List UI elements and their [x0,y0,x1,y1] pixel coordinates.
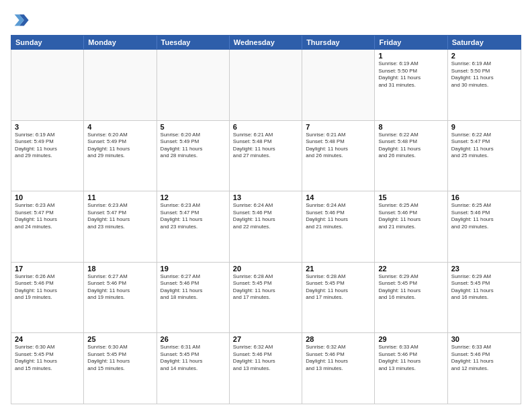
cell-info: Sunrise: 6:20 AM Sunset: 5:49 PM Dayligh… [87,132,152,160]
cell-info: Sunrise: 6:23 AM Sunset: 5:47 PM Dayligh… [15,202,80,230]
day-cell-21: 21Sunrise: 6:28 AM Sunset: 5:45 PM Dayli… [302,263,375,333]
calendar: SundayMondayTuesdayWednesdayThursdayFrid… [11,35,521,404]
cell-info: Sunrise: 6:29 AM Sunset: 5:45 PM Dayligh… [451,273,517,302]
day-cell-5: 5Sunrise: 6:20 AM Sunset: 5:49 PM Daylig… [157,121,230,191]
day-number: 15 [378,193,443,201]
week-row-0: 1Sunrise: 6:19 AM Sunset: 5:50 PM Daylig… [11,50,521,121]
cell-info: Sunrise: 6:19 AM Sunset: 5:49 PM Dayligh… [15,132,80,160]
day-number: 16 [451,193,517,201]
cell-info: Sunrise: 6:29 AM Sunset: 5:45 PM Dayligh… [378,273,443,302]
cell-info: Sunrise: 6:33 AM Sunset: 5:46 PM Dayligh… [378,344,443,372]
cell-info: Sunrise: 6:25 AM Sunset: 5:46 PM Dayligh… [378,202,443,230]
cell-info: Sunrise: 6:27 AM Sunset: 5:46 PM Dayligh… [87,273,152,302]
header-day-sunday: Sunday [11,36,84,49]
day-number: 29 [378,335,443,343]
day-cell-7: 7Sunrise: 6:21 AM Sunset: 5:48 PM Daylig… [302,121,375,191]
cell-info: Sunrise: 6:32 AM Sunset: 5:46 PM Dayligh… [233,344,298,372]
day-cell-13: 13Sunrise: 6:24 AM Sunset: 5:46 PM Dayli… [230,191,302,262]
header-day-thursday: Thursday [302,36,375,49]
day-cell-20: 20Sunrise: 6:28 AM Sunset: 5:45 PM Dayli… [230,263,302,333]
day-number: 19 [161,265,226,273]
header-day-friday: Friday [375,36,447,49]
header-day-wednesday: Wednesday [230,36,302,49]
calendar-header: SundayMondayTuesdayWednesdayThursdayFrid… [11,35,521,50]
cell-info: Sunrise: 6:32 AM Sunset: 5:46 PM Dayligh… [306,344,371,372]
cell-info: Sunrise: 6:20 AM Sunset: 5:49 PM Dayligh… [161,132,226,160]
day-number: 11 [87,193,152,201]
day-number: 21 [306,265,371,273]
cell-info: Sunrise: 6:27 AM Sunset: 5:46 PM Dayligh… [161,273,226,302]
day-number: 23 [451,265,517,273]
day-cell-12: 12Sunrise: 6:23 AM Sunset: 5:47 PM Dayli… [157,191,230,262]
day-number: 28 [306,335,371,343]
day-number: 1 [378,52,443,60]
cell-info: Sunrise: 6:31 AM Sunset: 5:45 PM Dayligh… [161,344,226,372]
day-cell-28: 28Sunrise: 6:32 AM Sunset: 5:46 PM Dayli… [302,333,375,404]
day-number: 4 [87,123,152,131]
day-number: 6 [233,123,298,131]
day-cell-25: 25Sunrise: 6:30 AM Sunset: 5:45 PM Dayli… [84,333,157,404]
week-row-4: 24Sunrise: 6:30 AM Sunset: 5:45 PM Dayli… [11,333,521,404]
logo-icon [11,11,30,30]
week-row-3: 17Sunrise: 6:26 AM Sunset: 5:46 PM Dayli… [11,263,521,334]
day-cell-2: 2Sunrise: 6:19 AM Sunset: 5:50 PM Daylig… [448,50,521,120]
cell-info: Sunrise: 6:28 AM Sunset: 5:45 PM Dayligh… [306,273,371,302]
day-cell-14: 14Sunrise: 6:24 AM Sunset: 5:46 PM Dayli… [302,191,375,262]
day-cell-11: 11Sunrise: 6:23 AM Sunset: 5:47 PM Dayli… [84,191,157,262]
cell-info: Sunrise: 6:30 AM Sunset: 5:45 PM Dayligh… [87,344,152,372]
day-number: 30 [451,335,517,343]
week-row-1: 3Sunrise: 6:19 AM Sunset: 5:49 PM Daylig… [11,121,521,192]
cell-info: Sunrise: 6:33 AM Sunset: 5:46 PM Dayligh… [451,344,517,372]
day-cell-9: 9Sunrise: 6:22 AM Sunset: 5:47 PM Daylig… [448,121,521,191]
day-cell-19: 19Sunrise: 6:27 AM Sunset: 5:46 PM Dayli… [157,263,230,333]
logo [11,11,32,30]
empty-cell [11,50,84,120]
cell-info: Sunrise: 6:21 AM Sunset: 5:48 PM Dayligh… [306,132,371,160]
header-day-monday: Monday [84,36,157,49]
day-number: 17 [15,265,80,273]
day-number: 7 [306,123,371,131]
cell-info: Sunrise: 6:22 AM Sunset: 5:48 PM Dayligh… [378,132,443,160]
page: SundayMondayTuesdayWednesdayThursdayFrid… [0,0,532,411]
day-number: 13 [233,193,298,201]
empty-cell [157,50,230,120]
empty-cell [302,50,375,120]
day-number: 24 [15,335,80,343]
day-number: 20 [233,265,298,273]
day-number: 8 [378,123,443,131]
day-number: 10 [15,193,80,201]
day-cell-23: 23Sunrise: 6:29 AM Sunset: 5:45 PM Dayli… [448,263,521,333]
day-number: 25 [87,335,152,343]
cell-info: Sunrise: 6:19 AM Sunset: 5:50 PM Dayligh… [378,60,443,89]
header-day-tuesday: Tuesday [157,36,230,49]
cell-info: Sunrise: 6:23 AM Sunset: 5:47 PM Dayligh… [87,202,152,230]
day-number: 2 [451,52,517,60]
day-cell-29: 29Sunrise: 6:33 AM Sunset: 5:46 PM Dayli… [375,333,447,404]
day-number: 5 [161,123,226,131]
calendar-body: 1Sunrise: 6:19 AM Sunset: 5:50 PM Daylig… [11,50,521,404]
day-cell-3: 3Sunrise: 6:19 AM Sunset: 5:49 PM Daylig… [11,121,84,191]
day-cell-1: 1Sunrise: 6:19 AM Sunset: 5:50 PM Daylig… [375,50,447,120]
empty-cell [84,50,157,120]
day-cell-10: 10Sunrise: 6:23 AM Sunset: 5:47 PM Dayli… [11,191,84,262]
cell-info: Sunrise: 6:21 AM Sunset: 5:48 PM Dayligh… [233,132,298,160]
cell-info: Sunrise: 6:24 AM Sunset: 5:46 PM Dayligh… [233,202,298,230]
cell-info: Sunrise: 6:23 AM Sunset: 5:47 PM Dayligh… [161,202,226,230]
empty-cell [230,50,302,120]
cell-info: Sunrise: 6:30 AM Sunset: 5:45 PM Dayligh… [15,344,80,372]
cell-info: Sunrise: 6:19 AM Sunset: 5:50 PM Dayligh… [451,60,517,89]
day-number: 18 [87,265,152,273]
day-cell-17: 17Sunrise: 6:26 AM Sunset: 5:46 PM Dayli… [11,263,84,333]
cell-info: Sunrise: 6:24 AM Sunset: 5:46 PM Dayligh… [306,202,371,230]
day-number: 26 [161,335,226,343]
cell-info: Sunrise: 6:22 AM Sunset: 5:47 PM Dayligh… [451,132,517,160]
day-number: 12 [161,193,226,201]
day-cell-15: 15Sunrise: 6:25 AM Sunset: 5:46 PM Dayli… [375,191,447,262]
day-cell-24: 24Sunrise: 6:30 AM Sunset: 5:45 PM Dayli… [11,333,84,404]
header [11,11,521,30]
day-cell-4: 4Sunrise: 6:20 AM Sunset: 5:49 PM Daylig… [84,121,157,191]
day-number: 27 [233,335,298,343]
day-number: 14 [306,193,371,201]
day-cell-18: 18Sunrise: 6:27 AM Sunset: 5:46 PM Dayli… [84,263,157,333]
day-cell-16: 16Sunrise: 6:25 AM Sunset: 5:46 PM Dayli… [448,191,521,262]
